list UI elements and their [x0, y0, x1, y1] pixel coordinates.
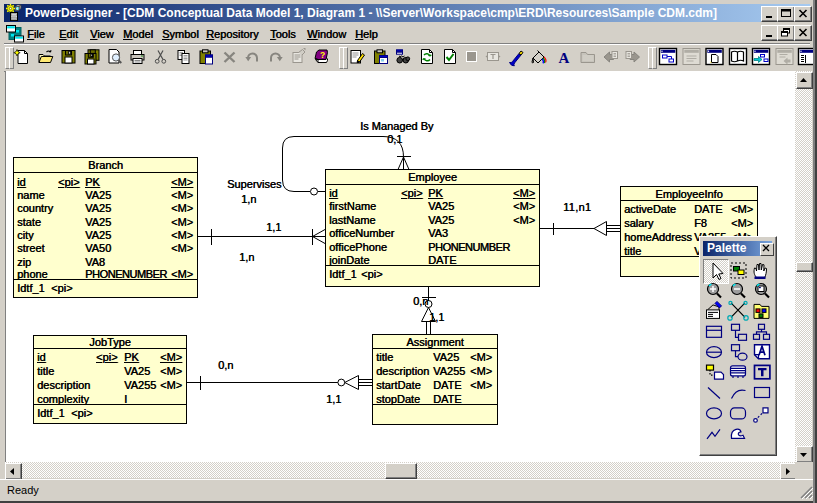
svg-text:?: ? — [320, 50, 325, 60]
svg-text:A: A — [559, 50, 570, 66]
